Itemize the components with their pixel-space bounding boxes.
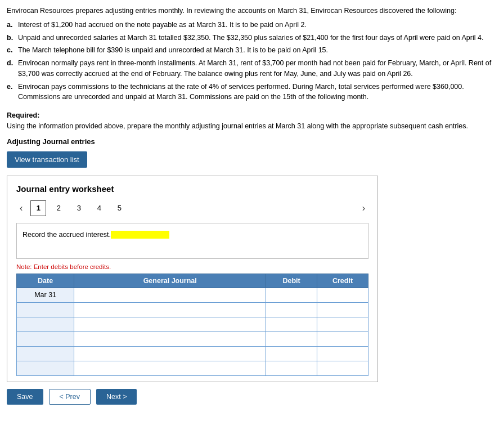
credit-cell[interactable] — [317, 331, 368, 346]
prev-page-button[interactable]: ‹ — [16, 202, 26, 214]
intro-item-text: Envirocan normally pays rent in three-mo… — [18, 58, 492, 79]
credit-input[interactable] — [320, 306, 366, 313]
note-text: Note: Enter debits before credits. — [16, 263, 368, 270]
credit-cell[interactable] — [317, 361, 368, 375]
col-header-gj: General Journal — [74, 274, 266, 288]
gj-input[interactable] — [77, 306, 263, 313]
next-page-button[interactable]: › — [359, 202, 368, 214]
gj-input[interactable] — [77, 320, 263, 328]
intro-section: Envirocan Resources prepares adjusting e… — [7, 6, 492, 102]
credit-cell[interactable] — [317, 317, 368, 331]
page-1[interactable]: 1 — [30, 200, 46, 216]
debit-input[interactable] — [268, 335, 314, 343]
debit-input[interactable] — [268, 364, 314, 372]
prev-button[interactable]: < Prev — [49, 389, 91, 405]
pagination: ‹ 1 2 3 4 5 › — [16, 200, 368, 216]
credit-input[interactable] — [320, 364, 366, 372]
debit-cell[interactable] — [266, 302, 317, 317]
date-cell — [17, 346, 74, 361]
required-description: Using the information provided above, pr… — [7, 122, 468, 130]
intro-item-label: a. — [7, 20, 16, 30]
page-2[interactable]: 2 — [51, 200, 66, 216]
credit-input[interactable] — [320, 291, 366, 299]
gj-input[interactable] — [77, 291, 263, 299]
instruction-text: Record the accrued interest. — [23, 231, 169, 239]
credit-cell[interactable] — [317, 302, 368, 317]
credit-input[interactable] — [320, 320, 366, 328]
debit-cell[interactable] — [266, 346, 317, 361]
save-button[interactable]: Save — [7, 389, 43, 405]
gj-cell[interactable] — [74, 346, 266, 361]
debit-cell[interactable] — [266, 288, 317, 302]
gj-cell[interactable] — [74, 317, 266, 331]
intro-item-label: c. — [7, 45, 16, 56]
page-5[interactable]: 5 — [111, 200, 127, 216]
intro-item-a: a.Interest of $1,200 had accrued on the … — [7, 20, 492, 30]
view-transaction-button[interactable]: View transaction list — [7, 151, 87, 168]
col-header-debit: Debit — [266, 274, 317, 288]
credit-cell[interactable] — [317, 288, 368, 302]
gj-cell[interactable] — [74, 331, 266, 346]
table-row: Mar 31 — [17, 288, 368, 302]
bottom-buttons: Save < Prev Next > — [7, 389, 492, 405]
date-cell — [17, 302, 74, 317]
gj-cell[interactable] — [74, 361, 266, 375]
date-cell — [17, 317, 74, 331]
gj-input[interactable] — [77, 335, 263, 343]
col-header-credit: Credit — [317, 274, 368, 288]
debit-cell[interactable] — [266, 317, 317, 331]
intro-item-b: b.Unpaid and unrecorded salaries at Marc… — [7, 33, 492, 43]
credit-input[interactable] — [320, 350, 366, 357]
intro-item-label: b. — [7, 33, 16, 43]
journal-table: Date General Journal Debit Credit Mar 31 — [16, 274, 368, 376]
date-cell — [17, 361, 74, 375]
debit-input[interactable] — [268, 350, 314, 357]
gj-input[interactable] — [77, 350, 263, 357]
instruction-plain: Record the accrued interest. — [23, 231, 111, 239]
debit-input[interactable] — [268, 291, 314, 299]
page-4[interactable]: 4 — [91, 200, 107, 216]
next-button[interactable]: Next > — [96, 389, 137, 405]
intro-item-text: The March telephone bill for $390 is unp… — [18, 45, 328, 56]
instruction-highlight — [111, 231, 169, 239]
col-header-date: Date — [17, 274, 74, 288]
intro-item-text: Envirocan pays commissions to the techni… — [18, 82, 492, 103]
table-row — [17, 361, 368, 375]
gj-input[interactable] — [77, 364, 263, 372]
date-cell — [17, 331, 74, 346]
intro-item-c: c.The March telephone bill for $390 is u… — [7, 45, 492, 56]
intro-item-text: Unpaid and unrecorded salaries at March … — [18, 33, 483, 43]
required-title: Required: — [7, 111, 39, 119]
debit-cell[interactable] — [266, 361, 317, 375]
worksheet-container: Journal entry worksheet ‹ 1 2 3 4 5 › Re… — [7, 176, 378, 382]
page-3[interactable]: 3 — [71, 200, 87, 216]
intro-item-label: e. — [7, 82, 16, 103]
gj-cell[interactable] — [74, 288, 266, 302]
adjusting-journal-title: Adjusting Journal entries — [7, 137, 492, 146]
credit-cell[interactable] — [317, 346, 368, 361]
table-row — [17, 346, 368, 361]
debit-input[interactable] — [268, 320, 314, 328]
table-row — [17, 317, 368, 331]
intro-item-d: d.Envirocan normally pays rent in three-… — [7, 58, 492, 79]
debit-cell[interactable] — [266, 331, 317, 346]
gj-cell[interactable] — [74, 302, 266, 317]
intro-opening: Envirocan Resources prepares adjusting e… — [7, 6, 492, 16]
credit-input[interactable] — [320, 335, 366, 343]
worksheet-title: Journal entry worksheet — [16, 184, 368, 194]
date-cell: Mar 31 — [17, 288, 74, 302]
intro-item-text: Interest of $1,200 had accrued on the no… — [18, 20, 307, 30]
intro-item-label: d. — [7, 58, 16, 79]
intro-items: a.Interest of $1,200 had accrued on the … — [7, 20, 492, 102]
debit-input[interactable] — [268, 306, 314, 313]
intro-item-e: e.Envirocan pays commissions to the tech… — [7, 82, 492, 103]
required-section: Required: Using the information provided… — [7, 110, 492, 132]
table-row — [17, 302, 368, 317]
instruction-box: Record the accrued interest. — [16, 223, 368, 259]
table-row — [17, 331, 368, 346]
